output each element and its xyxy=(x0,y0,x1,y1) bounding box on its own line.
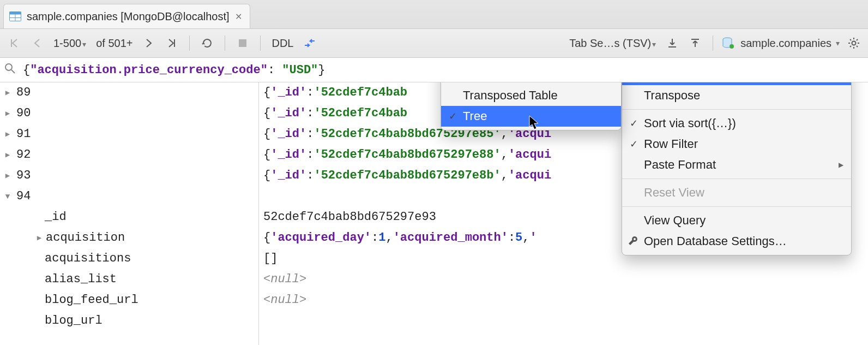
menu-separator xyxy=(622,206,851,207)
export-format-selector[interactable]: Tab Se…s (TSV)▾ xyxy=(567,37,658,50)
expand-icon[interactable]: ▶ xyxy=(34,228,45,248)
menu-item-transpose[interactable]: Transpose xyxy=(622,85,851,106)
table-icon xyxy=(9,11,21,21)
search-icon xyxy=(4,63,15,78)
field-key[interactable]: acquisitions xyxy=(2,248,258,269)
field-key[interactable]: blog_url xyxy=(2,311,258,331)
reload-button[interactable] xyxy=(198,34,216,52)
page-range-label[interactable]: 1-500▾ xyxy=(51,37,88,50)
svg-point-7 xyxy=(5,64,12,70)
menu-item-sort[interactable]: Sort via sort({…}) xyxy=(622,113,851,134)
separator xyxy=(260,35,261,51)
menu-item-row-filter[interactable]: Row Filter xyxy=(622,134,851,154)
table-row[interactable]: ▶89 xyxy=(2,82,258,103)
settings-gear-icon[interactable] xyxy=(845,34,863,52)
stop-button[interactable] xyxy=(234,34,251,52)
datasource-selector[interactable]: sample.companies▾ xyxy=(722,37,840,50)
separator xyxy=(713,35,713,51)
settings-menu: View as Transpose Sort via sort({…}) Row… xyxy=(622,82,852,255)
tree-key-column[interactable]: ▶89 ▶90 ▶91 ▶92 ▶93 ▼94 _id ▶acquisition… xyxy=(0,82,259,345)
filter-input[interactable]: {"acquisition.price_currency_code": "USD… xyxy=(23,63,326,77)
separator xyxy=(189,35,190,51)
expand-icon[interactable]: ▶ xyxy=(2,103,13,124)
table-row[interactable]: ▶90 xyxy=(2,103,258,124)
separator xyxy=(225,35,225,51)
connection-live-icon xyxy=(730,44,734,49)
menu-item-view-query[interactable]: View Query xyxy=(622,210,851,231)
field-key[interactable]: ▶acquisition xyxy=(2,228,258,248)
field-key[interactable]: blog_feed_url xyxy=(2,290,258,311)
field-key[interactable]: alias_list xyxy=(2,269,258,290)
menu-item-paste-format[interactable]: Paste Format xyxy=(622,154,851,175)
field-value[interactable]: <null> xyxy=(263,290,868,311)
table-row[interactable]: ▶91 xyxy=(2,124,258,145)
svg-line-8 xyxy=(11,70,15,73)
first-page-button[interactable] xyxy=(5,34,23,52)
menu-item-open-db-settings[interactable]: Open Database Settings… xyxy=(622,231,851,252)
editor-tab[interactable]: sample.companies [MongoDB@localhost] ✕ xyxy=(3,4,250,28)
prev-page-button[interactable] xyxy=(28,34,46,52)
menu-item-transposed-table[interactable]: Transposed Table xyxy=(441,85,621,106)
table-row[interactable]: ▶93 xyxy=(2,165,258,186)
wrench-icon xyxy=(628,235,638,246)
field-key[interactable]: _id xyxy=(2,207,258,228)
field-value[interactable]: <null> xyxy=(263,269,868,290)
svg-point-6 xyxy=(852,41,856,45)
menu-separator xyxy=(622,179,851,179)
menu-separator xyxy=(622,109,851,110)
expand-icon[interactable]: ▶ xyxy=(2,145,13,165)
last-page-button[interactable] xyxy=(163,34,180,52)
expand-icon[interactable]: ▶ xyxy=(2,82,13,103)
close-icon[interactable]: ✕ xyxy=(235,11,242,22)
svg-rect-4 xyxy=(239,39,246,47)
menu-item-reset-view[interactable]: Reset View xyxy=(622,182,851,203)
table-row[interactable]: ▶92 xyxy=(2,145,258,165)
next-page-button[interactable] xyxy=(140,34,158,52)
collapse-icon[interactable]: ▼ xyxy=(2,186,13,207)
upload-button[interactable] xyxy=(686,34,704,52)
field-value[interactable] xyxy=(263,311,868,331)
table-row-expanded[interactable]: ▼94 xyxy=(2,186,258,207)
ddl-button[interactable]: DDL xyxy=(269,37,296,50)
expand-icon[interactable]: ▶ xyxy=(2,124,13,145)
mouse-cursor-icon xyxy=(529,115,541,130)
expand-icon[interactable]: ▶ xyxy=(2,165,13,186)
page-of-label: of 501+ xyxy=(94,37,135,50)
tab-title: sample.companies [MongoDB@localhost] xyxy=(27,10,230,23)
compare-button[interactable] xyxy=(301,34,318,52)
download-button[interactable] xyxy=(664,34,681,52)
